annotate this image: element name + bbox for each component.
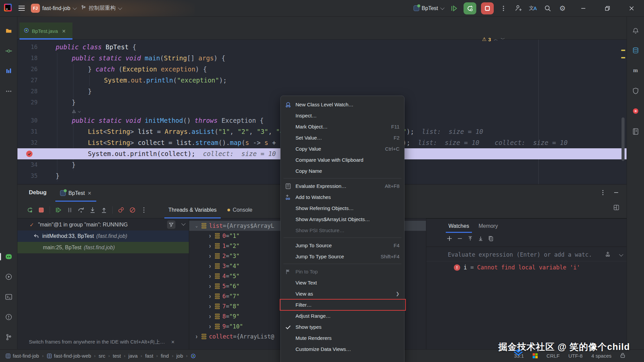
chevron-collapsed-icon[interactable]: ❯ — [208, 294, 212, 299]
breadcrumb[interactable]: fast-find-job›fast-find-job-web›src›test… — [5, 353, 196, 359]
warning-stripe-mark[interactable] — [621, 57, 625, 58]
readonly-lock-icon[interactable] — [620, 353, 625, 359]
ime-indicator-icon[interactable] — [533, 353, 538, 359]
step-over-icon[interactable] — [75, 204, 87, 216]
code-line[interactable]: 16public class BpTest { — [17, 42, 627, 53]
add-to-watches-icon[interactable] — [605, 251, 612, 258]
step-out-icon[interactable] — [98, 204, 110, 216]
hint-close-icon[interactable]: ✕ — [171, 340, 175, 345]
inspections-widget[interactable]: ⚠ 3 ︿ ﹀ — [482, 35, 505, 44]
view-tab-console[interactable]: Console — [222, 202, 258, 218]
prev-problem-icon[interactable]: ︿ — [494, 36, 498, 42]
more-tools-icon[interactable] — [5, 87, 13, 95]
code-line[interactable]: 26} catch (Exception exception) { — [17, 64, 627, 75]
breadcrumb-item[interactable]: src — [99, 353, 105, 359]
structure-tool-icon[interactable] — [5, 67, 13, 75]
red-plugin-tool-icon[interactable] — [632, 107, 640, 115]
menu-item-show-types[interactable]: Show types — [281, 321, 404, 332]
search-icon[interactable] — [543, 3, 553, 13]
debug-options-icon[interactable] — [602, 190, 604, 197]
menu-item-mute-renderers[interactable]: Mute Renderers — [281, 332, 404, 344]
more-actions-icon[interactable] — [498, 3, 508, 13]
indent-setting[interactable]: 4 spaces — [591, 353, 611, 359]
copy-icon[interactable] — [488, 236, 494, 243]
debug-tab-close-icon[interactable]: ✕ — [88, 191, 92, 196]
step-into-icon[interactable] — [87, 204, 98, 216]
run-configuration-widget[interactable]: BpTest — [414, 5, 443, 11]
translate-icon[interactable]: 文A — [528, 3, 538, 13]
line-ending[interactable]: CRLF — [546, 353, 559, 359]
menu-item-set-value[interactable]: Set Value…F2 — [281, 132, 404, 143]
mute-breakpoints-icon[interactable] — [127, 204, 138, 216]
menu-item-filter[interactable]: Filter… — [281, 299, 404, 310]
editor-scrollbar[interactable] — [622, 117, 625, 161]
database-tool-icon[interactable] — [632, 46, 640, 54]
chevron-collapsed-icon[interactable]: ❯ — [208, 264, 212, 268]
menu-item-view-text[interactable]: View Text — [281, 277, 404, 288]
view-tab-threads-variables[interactable]: Threads & Variables — [163, 202, 222, 218]
stop-icon[interactable] — [36, 204, 47, 216]
breadcrumb-item[interactable]: find — [161, 353, 169, 359]
hide-panel-icon[interactable] — [614, 190, 619, 196]
window-close-icon[interactable] — [626, 3, 637, 14]
breadcrumb-item[interactable]: fast-find-job-web — [47, 353, 91, 359]
tab-watches[interactable]: Watches — [444, 219, 474, 233]
view-breakpoints-icon[interactable] — [115, 204, 127, 216]
tab-memory[interactable]: Memory — [474, 219, 503, 233]
breadcrumb-item[interactable]: fast — [145, 353, 153, 359]
watch-error-row[interactable]: ! i = Cannot find local variable 'i' — [454, 263, 580, 272]
chevron-collapsed-icon[interactable]: ❯ — [208, 274, 212, 278]
menu-item-compare-value-with-clipboard[interactable]: Compare Value with Clipboard — [281, 154, 404, 165]
commit-tool-icon[interactable] — [5, 47, 13, 55]
code-line[interactable]: 27System.out.println("exception"); — [17, 75, 627, 86]
terminal-tool-icon[interactable] — [5, 293, 13, 301]
stack-frame-row[interactable]: initMethod:33, BpTest(fast.find.job) — [17, 230, 189, 242]
menu-item-show-arrays-arraylist-objects[interactable]: Show Arrays$ArrayList Objects… — [281, 214, 404, 225]
breadcrumb-item[interactable]: test — [113, 353, 121, 359]
menu-item-evaluate-expression[interactable]: Evaluate Expression…Alt+F8 — [281, 180, 404, 192]
chevron-collapsed-icon[interactable]: ❯ — [208, 324, 212, 329]
code-line[interactable]: 18public static void main(String[] args)… — [17, 53, 627, 64]
version-control-tool-icon[interactable] — [5, 333, 13, 341]
notebook-tool-icon[interactable] — [632, 127, 640, 136]
chevron-collapsed-icon[interactable]: ❯ — [208, 314, 212, 319]
problems-tool-icon[interactable] — [5, 313, 13, 321]
warning-stripe-mark[interactable] — [621, 50, 625, 51]
next-problem-icon[interactable]: ﹀ — [501, 36, 505, 42]
chevron-collapsed-icon[interactable]: ❯ — [208, 284, 212, 289]
window-restore-icon[interactable] — [602, 3, 613, 14]
debug-session-tab[interactable]: BpTest ✕ — [55, 185, 96, 202]
main-menu-icon[interactable] — [18, 6, 25, 11]
chevron-collapsed-icon[interactable]: ❯ — [208, 254, 212, 258]
maven-tool-icon[interactable]: m — [632, 66, 640, 74]
run-tool-icon[interactable] — [5, 273, 13, 281]
menu-item-copy-name[interactable]: Copy Name — [281, 165, 404, 176]
menu-item-show-psi-structure[interactable]: Show PSI Structure… — [281, 225, 404, 236]
thread-row[interactable]: ✓ "main"@1 in group "main": RUNNING — [17, 219, 189, 230]
stop-button[interactable] — [481, 2, 494, 14]
move-up-icon[interactable] — [467, 236, 473, 243]
menu-item-copy-value[interactable]: Copy ValueCtrl+C — [281, 143, 404, 154]
breadcrumb-item[interactable]: java — [128, 353, 138, 359]
branch-widget[interactable]: 控制层重构 — [80, 5, 121, 12]
add-watch-icon[interactable] — [446, 236, 452, 243]
frames-filter-icon[interactable] — [167, 220, 175, 229]
menu-item-jump-to-type-source[interactable]: Jump To Type SourceShift+F4 — [281, 251, 404, 262]
menu-item-inspect[interactable]: Inspect… — [281, 110, 404, 121]
breadcrumb-item[interactable]: fast-find-job — [5, 353, 39, 359]
layout-settings-icon[interactable] — [613, 205, 619, 212]
project-widget[interactable]: FJ fast-find-job — [31, 4, 76, 13]
file-encoding[interactable]: UTF-8 — [568, 353, 583, 359]
more-icon[interactable] — [138, 204, 150, 216]
menu-item-add-to-watches[interactable]: Add to Watches — [281, 192, 404, 203]
breadcrumb-item[interactable]: job — [176, 353, 183, 359]
menu-item-pin-to-top[interactable]: Pin to Top — [281, 266, 404, 277]
tab-bptest-java[interactable]: BpTest.java ✕ — [19, 22, 72, 40]
breakpoint-icon[interactable] — [26, 151, 33, 157]
menu-item-adjust-range[interactable]: Adjust Range… — [281, 310, 404, 321]
menu-item-new-class-level-watch[interactable]: New Class Level Watch… — [281, 99, 404, 110]
menu-item-mark-object[interactable]: Mark Object…F11 — [281, 121, 404, 132]
resume-icon[interactable] — [53, 204, 64, 216]
code-with-me-icon[interactable] — [513, 3, 523, 13]
project-tool-icon[interactable] — [5, 27, 13, 35]
